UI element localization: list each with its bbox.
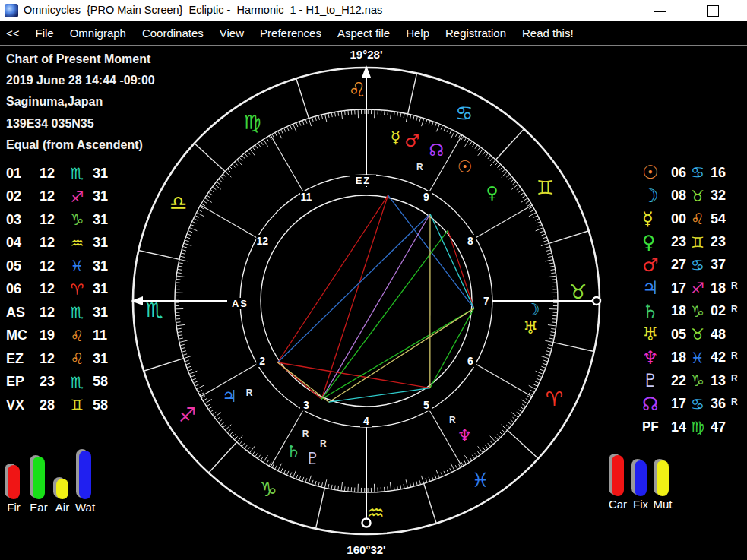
menu-item-file[interactable]: File [36, 27, 54, 40]
chart-info-line: Equal (from Ascendent) [6, 134, 155, 156]
mars-planet-icon: ♂ [404, 131, 419, 150]
leo-sign-icon: ♌ [67, 350, 87, 368]
mars-planet-icon: ♂ [642, 255, 671, 276]
chart-info-line: 139E34 035N35 [6, 113, 155, 134]
gemini-sign-icon: ♊ [688, 233, 707, 252]
cusp-minutes: 31 [87, 235, 108, 251]
zenith-label: EZ [356, 175, 372, 186]
planet-minutes: 13 [707, 373, 730, 389]
planet-degrees: 06 [671, 165, 688, 181]
scorpio-sign-icon: ♏ [67, 164, 87, 182]
planet-minutes: 23 [707, 234, 730, 250]
planet-minutes: 18 [707, 280, 730, 296]
libra-sign-icon: ♎ [169, 191, 187, 214]
saturn-retrograde-flag: R [302, 429, 309, 439]
house-cusp-row: VX28♊58 [6, 394, 108, 417]
planet-position-row: ♄18♑02R [642, 300, 738, 323]
planet-position-row: ☿00♌54 [642, 207, 738, 230]
mode-bar-label: Mut [649, 498, 676, 511]
planet-position-row: ♅05♉48 [642, 323, 738, 346]
minimize-icon [654, 11, 666, 12]
neptune-retrograde-flag: R [449, 415, 456, 426]
leo-sign-icon: ♌ [348, 78, 366, 101]
sagittarius-sign-icon: ♐ [67, 188, 87, 206]
gemini-sign-icon: ♊ [67, 396, 87, 414]
aries-sign-icon: ♈ [67, 280, 87, 299]
gemini-sign-icon: ♊ [537, 176, 554, 199]
house-number-12: 12 [256, 235, 268, 247]
chart-info-line: 2019 June 28 14:44 -09:00 [6, 70, 155, 91]
venus-planet-icon: ♀ [642, 232, 671, 253]
house-number-2: 2 [259, 355, 265, 367]
menu-item-read-this[interactable]: Read this! [522, 27, 574, 40]
cusp-label: 03 [6, 212, 40, 228]
cancer-sign-icon: ♋ [688, 163, 707, 182]
house-number-4: 4 [363, 415, 369, 427]
cusp-label: 02 [6, 188, 40, 204]
planet-minutes: 36 [707, 396, 730, 412]
jupiter-planet-icon: ♃ [642, 277, 671, 299]
menu-item-view[interactable]: View [220, 27, 244, 40]
app-globe-icon [5, 4, 18, 17]
cusp-minutes: 11 [87, 327, 107, 343]
cusp-degrees: 19 [40, 327, 67, 343]
retrograde-flag: R [731, 397, 738, 407]
title-bar: Omnicycles {PRO Main Screen} Ecliptic - … [0, 0, 747, 21]
node-planet-icon: ☊ [642, 394, 671, 415]
planet-position-row: ♇22♑13R [642, 369, 738, 392]
house-cusp-row: MC19♌11 [6, 324, 108, 348]
cusp-label: 01 [6, 166, 40, 182]
planet-minutes: 02 [707, 303, 730, 319]
planet-degrees: 18 [671, 303, 688, 319]
house-cusp-row: 0212♐31 [6, 185, 108, 209]
cusp-label: EP [6, 374, 40, 390]
saturn-planet-icon: ♄ [642, 301, 671, 322]
planet-minutes: 37 [707, 257, 730, 273]
leo-sign-icon: ♌ [67, 327, 87, 345]
retrograde-flag: R [731, 350, 738, 361]
cusp-label: 04 [6, 235, 40, 251]
menu-item-coordinates[interactable]: Coordinates [142, 27, 204, 40]
capricorn-sign-icon: ♑ [688, 302, 707, 321]
moon-planet-icon: ☽ [525, 300, 540, 319]
planet-degrees: 00 [671, 211, 688, 227]
jupiter-retrograde-flag: R [246, 388, 253, 398]
menu-item-registration[interactable]: Registration [445, 27, 506, 40]
menu-item-help[interactable]: Help [406, 27, 429, 40]
element-bar-fir [8, 465, 20, 499]
planet-minutes: 32 [707, 188, 730, 204]
cusp-label: AS [6, 305, 40, 321]
planet-position-row: ☉06♋16 [642, 161, 738, 184]
planet-position-row: ♂27♋37 [642, 254, 738, 277]
planet-degrees: 27 [671, 257, 688, 273]
maximize-button[interactable] [695, 0, 730, 21]
pluto-planet-icon: ♇ [642, 370, 671, 391]
minimize-button[interactable] [642, 0, 677, 21]
house-number-6: 6 [467, 355, 473, 367]
cancer-sign-icon: ♋ [688, 395, 707, 413]
sagittarius-sign-icon: ♐ [179, 403, 196, 426]
cusp-minutes: 31 [87, 188, 108, 204]
capricorn-sign-icon: ♑ [67, 210, 87, 229]
scorpio-sign-icon: ♏ [67, 373, 87, 391]
chart-info-line: Saginuma,Japan [6, 91, 155, 112]
cusp-minutes: 31 [87, 166, 108, 182]
scorpio-sign-icon: ♏ [146, 299, 163, 321]
element-bar-label: Fir [0, 501, 27, 514]
chart-info-line: Chart of Present Moment [6, 49, 155, 70]
planet-degrees: 08 [671, 188, 688, 204]
menu-item-omnigraph[interactable]: Omnigraph [70, 27, 126, 40]
planet-degrees: 05 [671, 327, 688, 343]
element-bar-wat [79, 451, 91, 499]
cusp-degrees: 12 [40, 258, 67, 274]
menu-item-aspect-file[interactable]: Aspect file [337, 27, 390, 40]
cusp-degrees: 12 [40, 235, 67, 251]
cusp-minutes: 58 [87, 397, 108, 413]
neptune-planet-icon: ♆ [457, 426, 472, 445]
mode-bars: CarFixMut [604, 445, 695, 517]
virgo-sign-icon: ♍ [688, 418, 707, 436]
menu-item-collapse[interactable]: << [6, 27, 20, 40]
planet-minutes: 54 [707, 211, 730, 227]
cancer-sign-icon: ♋ [688, 256, 707, 274]
menu-item-preferences[interactable]: Preferences [260, 27, 321, 40]
